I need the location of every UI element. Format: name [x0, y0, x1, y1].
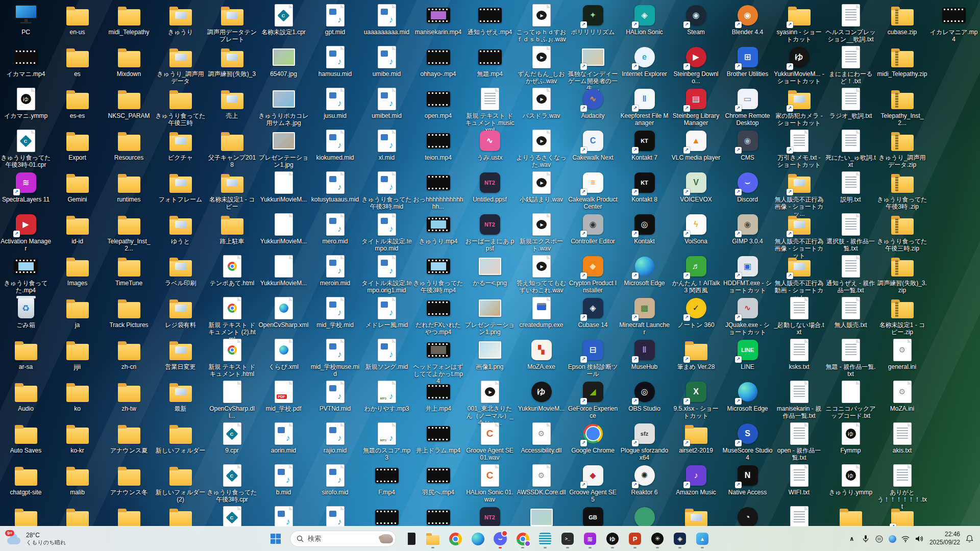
- desktop-icon[interactable]: malib: [52, 463, 103, 496]
- desktop-icon[interactable]: midi_Telepathy: [104, 3, 154, 36]
- desktop-icon[interactable]: ▶新規エクスポート.wav: [516, 212, 567, 253]
- desktop-icon[interactable]: ♪タイトル未設定.tempo.orig1.mid: [361, 254, 412, 294]
- desktop-icon[interactable]: ⊟↗Epson 接続診断ツール: [568, 338, 618, 378]
- desktop-icon[interactable]: C名称未設定1.cpr: [258, 3, 309, 36]
- desktop-icon[interactable]: ゆ↗YukkuriMovieM... - ショートカット: [774, 45, 824, 85]
- search-highlight-rhino-image[interactable]: [380, 534, 393, 543]
- desktop-icon[interactable]: きゅうり_調声用データ: [155, 45, 206, 85]
- desktop-icon[interactable]: V↗VOICEVOX: [671, 170, 721, 204]
- desktop-icon[interactable]: ▚MoZA.exe: [516, 338, 567, 371]
- desktop-icon[interactable]: かるー<.png: [464, 254, 515, 287]
- desktop-icon[interactable]: ◉↗GIMP 3.0.4: [722, 212, 773, 245]
- desktop-icon[interactable]: NT2おーばーまにあ.ppsf: [464, 212, 515, 253]
- desktop-icon[interactable]: YukkuriMovieM...: [258, 170, 309, 204]
- desktop-icon[interactable]: KT↗Kontakt 7: [619, 129, 670, 162]
- weather-widget[interactable]: 9+ 28°C くもりのち晴れ: [3, 527, 70, 551]
- desktop-icon[interactable]: ‖↗Keepforest File Manager: [619, 87, 670, 127]
- desktop-icon[interactable]: ♪uaaaaaaaaa.mid: [361, 3, 412, 36]
- desktop-icon[interactable]: [361, 505, 412, 527]
- desktop-icon[interactable]: ♪↗Amazon Music: [671, 463, 721, 496]
- desktop-icon[interactable]: ♻ごみ箱: [1, 296, 51, 329]
- desktop-icon[interactable]: 通知うぜえ.mp4: [464, 3, 515, 36]
- desktop-icon[interactable]: ゆうと: [155, 212, 206, 245]
- desktop-icon[interactable]: 死にたい_ゅ歌詞.txt: [825, 129, 876, 169]
- desktop-icon[interactable]: ↗無人販売不正行為動画 - ショートカット: [774, 254, 824, 302]
- desktop-icon[interactable]: createdump.exe: [516, 296, 567, 329]
- desktop-icon[interactable]: ⚙Accessibility.dll: [516, 421, 567, 455]
- desktop-icon[interactable]: [671, 505, 721, 527]
- desktop-icon[interactable]: NKSC_PARAM: [104, 87, 154, 120]
- desktop-icon[interactable]: 売上: [207, 87, 257, 120]
- desktop-icon[interactable]: 調声練習(失敗)_3.zip: [877, 254, 927, 294]
- desktop-icon[interactable]: 画像1.png: [464, 338, 515, 371]
- desktop-icon[interactable]: ◆↗Groove Agent SE 5: [568, 463, 618, 504]
- desktop-icon[interactable]: ∿↗Audacity: [568, 87, 618, 120]
- desktop-icon[interactable]: chatgpt-site: [1, 463, 51, 496]
- tray-chevron-up-icon[interactable]: ∧: [847, 534, 856, 543]
- desktop-icon[interactable]: ▶よりうるさくなった.wav: [516, 129, 567, 169]
- desktop-icon[interactable]: ♪MP3わかりやす.mp3: [361, 380, 412, 413]
- desktop-icon[interactable]: ♪mid_学校.mid: [310, 296, 360, 329]
- desktop-icon[interactable]: ◈↗HALion Sonic: [619, 3, 670, 36]
- desktop-icon[interactable]: WIFI.txt: [774, 463, 824, 496]
- desktop-icon[interactable]: ⊞↗Brother Utilities: [722, 45, 773, 78]
- tray-microphone-icon[interactable]: [861, 534, 870, 543]
- desktop-icon[interactable]: id-id: [52, 212, 103, 245]
- desktop-icon[interactable]: ↗syasinn - ショートカット: [774, 3, 824, 43]
- desktop-icon[interactable]: プレゼンテーション1.png: [464, 296, 515, 336]
- desktop-icon[interactable]: ♪meroin.mid: [310, 254, 360, 287]
- desktop-icon[interactable]: ◉↗Steam: [671, 3, 721, 36]
- desktop-icon[interactable]: ↗家の防犯カメラ - ショートカット: [774, 87, 824, 127]
- desktop-icon[interactable]: ゆきゅうり.ymmp: [825, 463, 876, 496]
- desktop-icon[interactable]: ♪: [310, 505, 360, 527]
- pinned-cubase-icon[interactable]: ◈: [670, 529, 690, 549]
- desktop-icon[interactable]: 新しいフォルダー (2): [155, 463, 206, 504]
- desktop-icon[interactable]: ↗無人販売不正行為画像 - ショートカット: [774, 212, 824, 260]
- desktop-icon[interactable]: Resources: [104, 129, 154, 162]
- pinned-edge-icon[interactable]: [468, 529, 488, 549]
- desktop-icon[interactable]: ◉↗CMS: [722, 129, 773, 162]
- desktop-icon[interactable]: ラジオ_歌詞.txt: [825, 87, 876, 120]
- desktop-icon[interactable]: [413, 505, 463, 527]
- desktop-icon[interactable]: en-us: [52, 3, 103, 36]
- desktop-icon[interactable]: 路上駐車: [207, 212, 257, 245]
- desktop-icon[interactable]: Telepathy_Inst_2...: [104, 212, 154, 253]
- desktop-icon[interactable]: CHALion Sonic 01.wav: [464, 463, 515, 504]
- desktop-icon[interactable]: プレゼンテーション1.jpg: [258, 129, 309, 169]
- desktop-icon[interactable]: ⚙MoZA.ini: [877, 380, 927, 413]
- desktop-icon[interactable]: OpenCvSharp.xml: [258, 296, 309, 329]
- desktop-icon[interactable]: ♪sirofo.mid: [310, 463, 360, 496]
- desktop-icon[interactable]: zh-tw: [104, 380, 154, 413]
- desktop-icon[interactable]: sfz↗Plogue sforzando x64: [619, 421, 670, 462]
- desktop-icon[interactable]: ohhayo-.mp4: [413, 45, 463, 78]
- pinned-terminal-icon[interactable]: >_: [557, 529, 578, 549]
- desktop-icon[interactable]: ♪PVTNd.mid: [310, 380, 360, 413]
- desktop-icon[interactable]: ▲↗VLC media player: [671, 129, 721, 162]
- desktop-icon[interactable]: ≡↗Cakewalk Product Center: [568, 170, 618, 211]
- desktop-icon[interactable]: きゅうり食ってた午後3時 .zip: [877, 170, 927, 211]
- desktop-icon[interactable]: Track Pictures: [104, 296, 154, 329]
- desktop-icon[interactable]: ↗無人販売不正行為画像 - ショートカッ...: [774, 170, 824, 218]
- desktop-icon[interactable]: ▶ずんだもん_しおかぜふ.wav: [516, 45, 567, 85]
- desktop-icon[interactable]: NT2: [464, 505, 515, 527]
- desktop-icon[interactable]: akis.txt: [877, 421, 927, 455]
- tray-volume-icon[interactable]: [915, 534, 924, 543]
- desktop-icon[interactable]: ヘルスコンプレッション__歌詞.txt: [825, 3, 876, 43]
- desktop-icon[interactable]: きゅうり_調声用データ.zip: [877, 129, 927, 169]
- desktop-icon[interactable]: 最新: [155, 380, 206, 413]
- desktop-icon[interactable]: 調声用データテンプレート: [207, 3, 257, 43]
- desktop-icon[interactable]: ar-sa: [1, 338, 51, 371]
- desktop-icon[interactable]: ♪umibe.mid: [361, 45, 412, 78]
- search-input[interactable]: 検索: [290, 531, 396, 547]
- desktop-icon[interactable]: ↗筆まめ Ver.28: [671, 338, 721, 371]
- desktop-icon[interactable]: ニコニコバックアップコード.txt: [825, 380, 876, 420]
- pinned-chatgpt-icon[interactable]: ✳: [647, 529, 668, 549]
- desktop-icon[interactable]: ✓↗ノートン 360: [671, 296, 721, 329]
- desktop-icon[interactable]: ゆYukkuriMovieM...: [516, 380, 567, 413]
- desktop-icon[interactable]: CGroove Agent SE 01.wav: [464, 421, 515, 462]
- desktop-icon[interactable]: ♪新規ソング.mid: [361, 338, 412, 371]
- desktop-icon[interactable]: ↗Microsoft Edge: [722, 380, 773, 413]
- desktop-icon[interactable]: N↗Native Access: [722, 463, 773, 496]
- desktop-icon[interactable]: C9.cpr: [207, 421, 257, 455]
- desktop-icon[interactable]: GB: [568, 505, 618, 527]
